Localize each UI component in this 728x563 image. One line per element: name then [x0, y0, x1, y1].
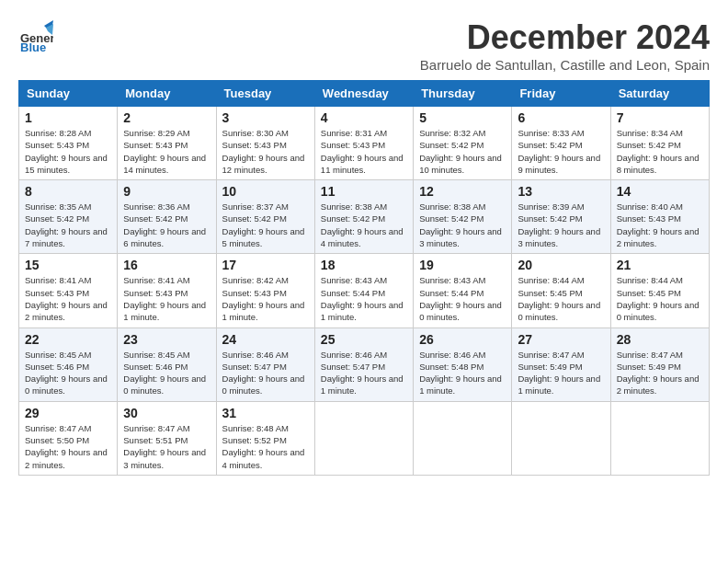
day-number: 15	[25, 258, 111, 272]
day-number: 4	[321, 110, 407, 125]
calendar-cell: 12 Sunrise: 8:38 AM Sunset: 5:42 PM Dayl…	[414, 180, 512, 254]
calendar-week-row: 29 Sunrise: 8:47 AM Sunset: 5:50 PM Dayl…	[19, 401, 710, 475]
calendar-cell: 25 Sunrise: 8:46 AM Sunset: 5:47 PM Dayl…	[314, 327, 413, 401]
calendar-cell: 22 Sunrise: 8:45 AM Sunset: 5:46 PM Dayl…	[19, 327, 118, 401]
calendar-cell: 8 Sunrise: 8:35 AM Sunset: 5:42 PM Dayli…	[19, 180, 118, 254]
calendar-cell: 11 Sunrise: 8:38 AM Sunset: 5:42 PM Dayl…	[314, 180, 413, 254]
day-number: 26	[419, 332, 506, 347]
day-number: 6	[518, 110, 604, 125]
day-number: 19	[419, 258, 506, 272]
day-number: 14	[617, 184, 703, 199]
day-info: Sunrise: 8:31 AM Sunset: 5:43 PM Dayligh…	[321, 127, 407, 176]
day-number: 8	[25, 184, 111, 199]
day-info: Sunrise: 8:40 AM Sunset: 5:43 PM Dayligh…	[617, 201, 703, 249]
day-info: Sunrise: 8:38 AM Sunset: 5:42 PM Dayligh…	[321, 201, 407, 249]
col-header-monday: Monday	[118, 81, 216, 107]
day-number: 3	[222, 110, 309, 125]
calendar-cell: 1 Sunrise: 8:28 AM Sunset: 5:43 PM Dayli…	[19, 107, 118, 180]
day-number: 9	[123, 184, 210, 199]
day-info: Sunrise: 8:46 AM Sunset: 5:47 PM Dayligh…	[321, 349, 407, 397]
col-header-wednesday: Wednesday	[314, 81, 413, 107]
day-info: Sunrise: 8:46 AM Sunset: 5:47 PM Dayligh…	[222, 349, 309, 397]
calendar-cell	[512, 401, 610, 475]
calendar-cell: 10 Sunrise: 8:37 AM Sunset: 5:42 PM Dayl…	[216, 180, 314, 254]
day-info: Sunrise: 8:45 AM Sunset: 5:46 PM Dayligh…	[25, 349, 111, 397]
day-info: Sunrise: 8:30 AM Sunset: 5:43 PM Dayligh…	[222, 127, 309, 176]
day-number: 25	[321, 332, 407, 347]
day-number: 5	[419, 110, 506, 125]
month-title: December 2024	[420, 18, 710, 57]
day-info: Sunrise: 8:41 AM Sunset: 5:43 PM Dayligh…	[123, 274, 210, 323]
day-info: Sunrise: 8:48 AM Sunset: 5:52 PM Dayligh…	[222, 422, 309, 471]
day-number: 17	[222, 258, 309, 272]
day-info: Sunrise: 8:34 AM Sunset: 5:42 PM Dayligh…	[617, 127, 703, 176]
day-info: Sunrise: 8:37 AM Sunset: 5:42 PM Dayligh…	[222, 201, 309, 249]
day-number: 1	[25, 110, 111, 125]
calendar-cell: 16 Sunrise: 8:41 AM Sunset: 5:43 PM Dayl…	[118, 254, 216, 327]
col-header-sunday: Sunday	[19, 81, 118, 107]
location-subtitle: Barruelo de Santullan, Castille and Leon…	[420, 57, 710, 73]
day-info: Sunrise: 8:32 AM Sunset: 5:42 PM Dayligh…	[419, 127, 506, 176]
calendar-cell: 14 Sunrise: 8:40 AM Sunset: 5:43 PM Dayl…	[610, 180, 709, 254]
day-number: 12	[419, 184, 506, 199]
calendar-cell: 2 Sunrise: 8:29 AM Sunset: 5:43 PM Dayli…	[118, 107, 216, 180]
title-section: December 2024 Barruelo de Santullan, Cas…	[420, 18, 710, 73]
day-info: Sunrise: 8:35 AM Sunset: 5:42 PM Dayligh…	[25, 201, 111, 249]
calendar-cell: 17 Sunrise: 8:42 AM Sunset: 5:43 PM Dayl…	[216, 254, 314, 327]
calendar-table: SundayMondayTuesdayWednesdayThursdayFrid…	[18, 80, 710, 476]
day-number: 30	[123, 406, 210, 420]
calendar-cell: 31 Sunrise: 8:48 AM Sunset: 5:52 PM Dayl…	[216, 401, 314, 475]
day-number: 13	[518, 184, 604, 199]
day-info: Sunrise: 8:42 AM Sunset: 5:43 PM Dayligh…	[222, 274, 309, 323]
calendar-cell: 23 Sunrise: 8:45 AM Sunset: 5:46 PM Dayl…	[118, 327, 216, 401]
calendar-cell: 18 Sunrise: 8:43 AM Sunset: 5:44 PM Dayl…	[314, 254, 413, 327]
svg-text:Blue: Blue	[20, 40, 46, 53]
calendar-cell: 21 Sunrise: 8:44 AM Sunset: 5:45 PM Dayl…	[610, 254, 709, 327]
day-number: 2	[123, 110, 210, 125]
calendar-week-row: 8 Sunrise: 8:35 AM Sunset: 5:42 PM Dayli…	[19, 180, 710, 254]
calendar-week-row: 15 Sunrise: 8:41 AM Sunset: 5:43 PM Dayl…	[19, 254, 710, 327]
logo-icon: General Blue	[18, 18, 53, 57]
calendar-header-row: SundayMondayTuesdayWednesdayThursdayFrid…	[19, 81, 710, 107]
day-info: Sunrise: 8:38 AM Sunset: 5:42 PM Dayligh…	[419, 201, 506, 249]
day-info: Sunrise: 8:36 AM Sunset: 5:42 PM Dayligh…	[123, 201, 210, 249]
calendar-cell: 19 Sunrise: 8:43 AM Sunset: 5:44 PM Dayl…	[414, 254, 512, 327]
calendar-cell: 7 Sunrise: 8:34 AM Sunset: 5:42 PM Dayli…	[610, 107, 709, 180]
col-header-thursday: Thursday	[414, 81, 512, 107]
day-info: Sunrise: 8:43 AM Sunset: 5:44 PM Dayligh…	[419, 274, 506, 323]
page-header: General Blue December 2024 Barruelo de S…	[18, 18, 710, 73]
day-number: 23	[123, 332, 210, 347]
calendar-cell: 28 Sunrise: 8:47 AM Sunset: 5:49 PM Dayl…	[610, 327, 709, 401]
day-info: Sunrise: 8:46 AM Sunset: 5:48 PM Dayligh…	[419, 349, 506, 397]
day-number: 10	[222, 184, 309, 199]
day-info: Sunrise: 8:28 AM Sunset: 5:43 PM Dayligh…	[25, 127, 111, 176]
calendar-cell: 26 Sunrise: 8:46 AM Sunset: 5:48 PM Dayl…	[414, 327, 512, 401]
day-number: 29	[25, 406, 111, 420]
day-info: Sunrise: 8:29 AM Sunset: 5:43 PM Dayligh…	[123, 127, 210, 176]
day-info: Sunrise: 8:43 AM Sunset: 5:44 PM Dayligh…	[321, 274, 407, 323]
col-header-friday: Friday	[512, 81, 610, 107]
day-info: Sunrise: 8:44 AM Sunset: 5:45 PM Dayligh…	[518, 274, 604, 323]
day-info: Sunrise: 8:47 AM Sunset: 5:49 PM Dayligh…	[617, 349, 703, 397]
day-number: 22	[25, 332, 111, 347]
day-number: 11	[321, 184, 407, 199]
col-header-saturday: Saturday	[610, 81, 709, 107]
calendar-cell	[314, 401, 413, 475]
day-number: 20	[518, 258, 604, 272]
calendar-cell: 15 Sunrise: 8:41 AM Sunset: 5:43 PM Dayl…	[19, 254, 118, 327]
calendar-week-row: 22 Sunrise: 8:45 AM Sunset: 5:46 PM Dayl…	[19, 327, 710, 401]
calendar-cell: 29 Sunrise: 8:47 AM Sunset: 5:50 PM Dayl…	[19, 401, 118, 475]
calendar-cell: 27 Sunrise: 8:47 AM Sunset: 5:49 PM Dayl…	[512, 327, 610, 401]
day-info: Sunrise: 8:39 AM Sunset: 5:42 PM Dayligh…	[518, 201, 604, 249]
day-number: 24	[222, 332, 309, 347]
calendar-cell: 5 Sunrise: 8:32 AM Sunset: 5:42 PM Dayli…	[414, 107, 512, 180]
calendar-cell	[414, 401, 512, 475]
day-info: Sunrise: 8:41 AM Sunset: 5:43 PM Dayligh…	[25, 274, 111, 323]
logo: General Blue	[18, 18, 53, 57]
calendar-cell: 20 Sunrise: 8:44 AM Sunset: 5:45 PM Dayl…	[512, 254, 610, 327]
day-number: 27	[518, 332, 604, 347]
day-number: 28	[617, 332, 703, 347]
calendar-cell: 3 Sunrise: 8:30 AM Sunset: 5:43 PM Dayli…	[216, 107, 314, 180]
col-header-tuesday: Tuesday	[216, 81, 314, 107]
day-info: Sunrise: 8:33 AM Sunset: 5:42 PM Dayligh…	[518, 127, 604, 176]
